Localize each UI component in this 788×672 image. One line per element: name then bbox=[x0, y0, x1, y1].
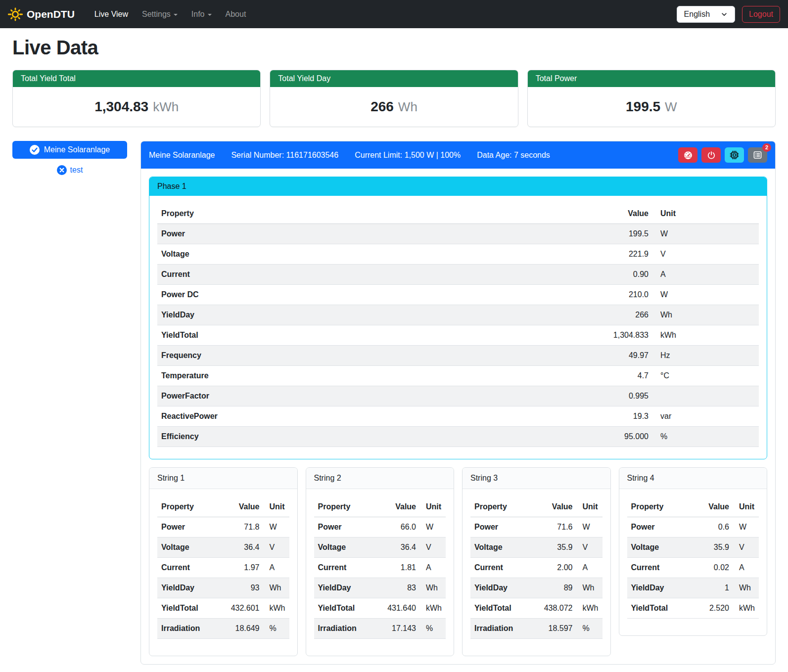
sidebar-item-label: test bbox=[70, 166, 83, 175]
value-cell: 266 bbox=[598, 305, 652, 325]
value-cell: 19.3 bbox=[598, 406, 652, 427]
unit-cell: % bbox=[652, 427, 759, 447]
property-cell: YieldTotal bbox=[627, 598, 692, 619]
unit-cell: W bbox=[420, 517, 446, 538]
unit-cell: % bbox=[264, 619, 289, 639]
table-row: Current0.90A bbox=[157, 265, 759, 285]
sidebar-item-meine-solaranlage[interactable]: Meine Solaranlage bbox=[12, 141, 127, 159]
property-cell: Current bbox=[157, 558, 222, 578]
table-row: Power71.8W bbox=[157, 517, 289, 538]
table-row: YieldTotal1,304.833kWh bbox=[157, 325, 759, 346]
table-row: Power71.6W bbox=[470, 517, 603, 538]
summary-card-value: 1,304.83 bbox=[94, 99, 148, 114]
string-table: Property Value Unit Power66.0WVoltage36.… bbox=[314, 497, 446, 639]
table-row: Voltage35.9V bbox=[470, 538, 603, 558]
inverter-card: Meine Solaranlage Serial Number: 1161716… bbox=[140, 141, 776, 665]
power-icon bbox=[707, 151, 716, 160]
language-select[interactable]: English bbox=[677, 6, 735, 23]
table-row: Voltage36.4V bbox=[314, 538, 446, 558]
unit-cell: % bbox=[577, 619, 603, 639]
value-cell: 1.81 bbox=[378, 558, 420, 578]
string-card-3: String 3 Property Value Unit bbox=[462, 467, 611, 656]
sun-icon bbox=[8, 7, 23, 22]
nav-item-about[interactable]: About bbox=[220, 6, 252, 23]
column-header-value: Value bbox=[535, 497, 577, 517]
table-row: Power199.5W bbox=[157, 224, 759, 244]
inverter-toolbar: 2 bbox=[678, 147, 767, 163]
unit-cell: A bbox=[652, 265, 759, 285]
navbar-right: English Logout bbox=[677, 6, 780, 23]
column-header-property: Property bbox=[314, 497, 379, 517]
table-row: Current1.97A bbox=[157, 558, 289, 578]
inverter-limit: Current Limit: 1,500 W | 100% bbox=[355, 151, 461, 160]
value-cell: 18.597 bbox=[535, 619, 577, 639]
logout-button[interactable]: Logout bbox=[742, 6, 780, 23]
value-cell: 36.4 bbox=[222, 538, 264, 558]
x-circle-icon bbox=[57, 165, 67, 175]
value-cell: 0.02 bbox=[692, 558, 733, 578]
nav-item-settings[interactable]: Settings bbox=[136, 6, 184, 23]
unit-cell: V bbox=[652, 244, 759, 265]
check-circle-icon bbox=[30, 145, 40, 155]
unit-cell: A bbox=[577, 558, 603, 578]
event-log-button[interactable]: 2 bbox=[748, 147, 767, 163]
property-cell: Power bbox=[157, 517, 222, 538]
value-cell: 0.995 bbox=[598, 386, 652, 406]
value-cell: 66.0 bbox=[378, 517, 420, 538]
unit-cell: A bbox=[733, 558, 759, 578]
string-table: Property Value Unit Power71.8WVoltage36.… bbox=[157, 497, 289, 639]
column-header-value: Value bbox=[598, 204, 652, 224]
phase-table: Property Value Unit Power199.5WVoltage22… bbox=[157, 204, 759, 447]
string-card-2: String 2 Property Value Unit bbox=[306, 467, 455, 656]
property-cell: Power bbox=[627, 517, 692, 538]
table-row: ReactivePower19.3var bbox=[157, 406, 759, 427]
nav-item-info[interactable]: Info bbox=[185, 6, 218, 23]
table-row: Frequency49.97Hz bbox=[157, 346, 759, 366]
nav-item-live-view[interactable]: Live View bbox=[89, 6, 134, 23]
unit-cell: A bbox=[420, 558, 446, 578]
property-cell: YieldDay bbox=[627, 578, 692, 598]
column-header-unit: Unit bbox=[652, 204, 759, 224]
unit-cell: °C bbox=[652, 366, 759, 386]
power-control-button[interactable] bbox=[701, 147, 721, 163]
column-header-property: Property bbox=[470, 497, 535, 517]
value-cell: 71.8 bbox=[222, 517, 264, 538]
property-cell: YieldTotal bbox=[470, 598, 535, 619]
table-row: Power0.6W bbox=[627, 517, 759, 538]
unit-cell: kWh bbox=[420, 598, 446, 619]
value-cell: 438.072 bbox=[535, 598, 577, 619]
table-row: PowerFactor0.995 bbox=[157, 386, 759, 406]
unit-cell: W bbox=[733, 517, 759, 538]
inverter-header: Meine Solaranlage Serial Number: 1161716… bbox=[141, 141, 775, 169]
table-row: Current0.02A bbox=[627, 558, 759, 578]
value-cell: 1.97 bbox=[222, 558, 264, 578]
column-header-unit: Unit bbox=[577, 497, 603, 517]
property-cell: Voltage bbox=[627, 538, 692, 558]
summary-card-total-yield-day: Total Yield Day 266Wh bbox=[270, 70, 518, 127]
sidebar-item-test[interactable]: test bbox=[12, 165, 127, 175]
column-header-value: Value bbox=[378, 497, 420, 517]
value-cell: 2.00 bbox=[535, 558, 577, 578]
table-row: Irradiation17.143% bbox=[314, 619, 446, 639]
top-navbar: OpenDTU Live View Settings Info About En… bbox=[0, 0, 788, 28]
unit-cell: W bbox=[264, 517, 289, 538]
property-cell: ReactivePower bbox=[157, 406, 598, 427]
value-cell: 1,304.833 bbox=[598, 325, 652, 346]
summary-card-title: Total Yield Total bbox=[13, 70, 260, 87]
inverter-name: Meine Solaranlage bbox=[149, 151, 215, 160]
table-row: Voltage36.4V bbox=[157, 538, 289, 558]
unit-cell: A bbox=[264, 558, 289, 578]
brand[interactable]: OpenDTU bbox=[8, 7, 75, 22]
device-info-button[interactable] bbox=[725, 147, 744, 163]
brand-label: OpenDTU bbox=[27, 8, 75, 20]
unit-cell: kWh bbox=[733, 598, 759, 619]
table-row: Voltage221.9V bbox=[157, 244, 759, 265]
property-cell: Irradiation bbox=[157, 619, 222, 639]
inverter-sidebar: Meine Solaranlage test bbox=[12, 141, 127, 175]
table-row: YieldTotal431.640kWh bbox=[314, 598, 446, 619]
property-cell: Power bbox=[314, 517, 379, 538]
table-row: YieldDay93Wh bbox=[157, 578, 289, 598]
summary-card-value: 266 bbox=[371, 99, 394, 114]
limit-settings-button[interactable] bbox=[678, 147, 697, 163]
string-table: Property Value Unit Power0.6WVoltage35.9… bbox=[627, 497, 759, 619]
